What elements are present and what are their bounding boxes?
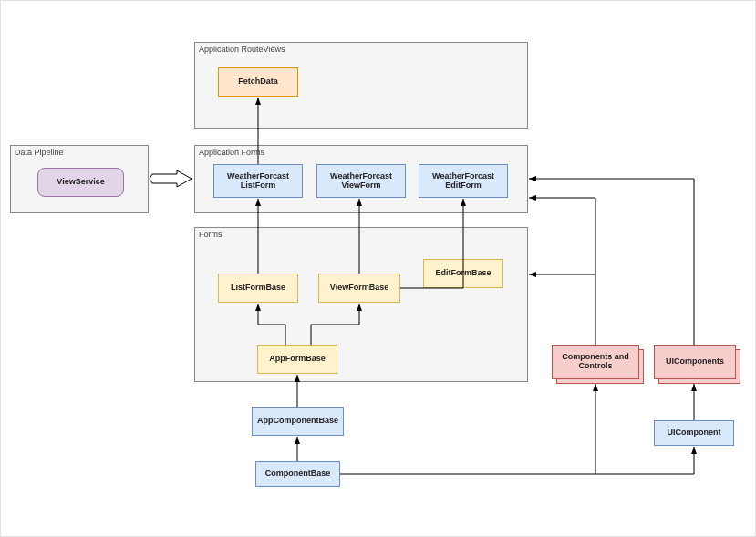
arrow-componentbase-to-components — [340, 384, 595, 474]
arrow-viewservice-to-appforms — [150, 170, 192, 187]
arrow-uicomponents-to-appforms — [529, 179, 694, 345]
arrow-appformbase-to-listformbase — [258, 304, 285, 345]
arrows-layer — [1, 1, 756, 537]
arrow-viewformbase-to-editformbase — [400, 259, 463, 288]
arrow-appformbase-to-viewformbase — [311, 304, 359, 345]
arrow-components-to-forms — [529, 274, 595, 345]
arrow-componentbase-to-uicomponent — [595, 447, 694, 474]
arrow-components-to-appforms — [529, 198, 595, 274]
diagram-frame: Data Pipeline ViewService Application Ro… — [0, 0, 756, 537]
